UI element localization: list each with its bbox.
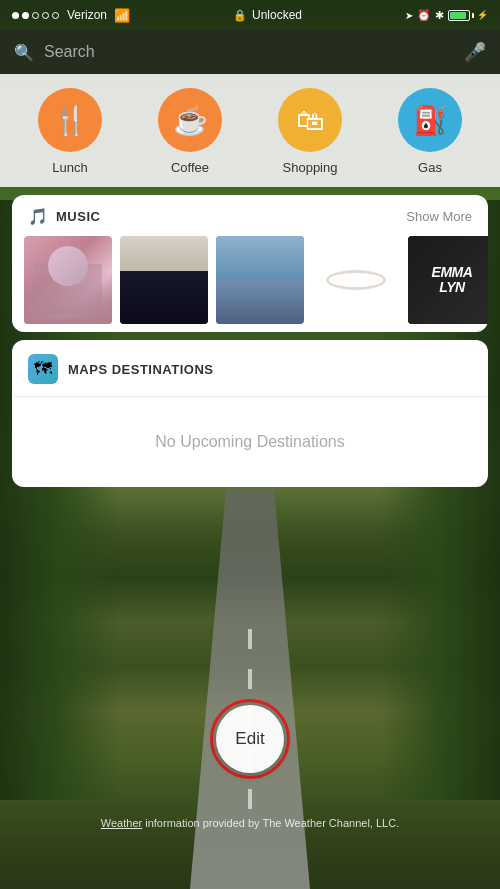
- battery-tip: [472, 13, 474, 18]
- maps-pin-icon: 🗺: [34, 359, 52, 380]
- shopping-bag-icon: 🛍: [296, 104, 324, 137]
- charging-bolt-icon: ⚡: [477, 10, 488, 20]
- shopping-label: Shopping: [283, 160, 338, 175]
- search-placeholder[interactable]: Search: [44, 43, 454, 61]
- music-note-icon: 🎵: [28, 207, 48, 226]
- weather-attribution-suffix: information provided by The Weather Chan…: [142, 817, 399, 829]
- signal-dots: [12, 12, 59, 19]
- quick-action-coffee[interactable]: ☕ Coffee: [158, 88, 222, 175]
- lunch-label: Lunch: [52, 160, 87, 175]
- album-row: EMMALYN: [12, 236, 488, 324]
- battery-fill: [450, 12, 466, 19]
- status-bar: Verizon 📶 🔒 Unlocked ➤ ⏰ ✱ ⚡: [0, 0, 500, 30]
- lock-status-label: Unlocked: [252, 8, 302, 22]
- music-card: 🎵 MUSIC Show More EMMALYN: [12, 195, 488, 332]
- signal-dot-3: [32, 12, 39, 19]
- weather-attribution: Weather information provided by The Weat…: [0, 813, 500, 831]
- album-art-1[interactable]: [24, 236, 112, 324]
- quick-action-lunch[interactable]: 🍴 Lunch: [38, 88, 102, 175]
- wifi-icon: 📶: [114, 8, 130, 23]
- bluetooth-icon: ✱: [435, 9, 444, 22]
- weather-channel-link[interactable]: Weather: [101, 817, 142, 829]
- signal-dot-5: [52, 12, 59, 19]
- lunch-icon: 🍴: [53, 104, 88, 137]
- album-art-2[interactable]: [120, 236, 208, 324]
- edit-button-wrap: Edit: [210, 699, 290, 779]
- album-art-4[interactable]: [312, 236, 400, 324]
- weather-attribution-text: Weather information provided by The Weat…: [101, 817, 399, 829]
- gas-label: Gas: [418, 160, 442, 175]
- signal-dot-1: [12, 12, 19, 19]
- maps-card-header: 🗺 MAPS DESTINATIONS: [12, 340, 488, 397]
- music-card-header: 🎵 MUSIC Show More: [12, 195, 488, 236]
- edit-button-label: Edit: [235, 729, 264, 749]
- album-art-3[interactable]: [216, 236, 304, 324]
- status-right: ➤ ⏰ ✱ ⚡: [405, 9, 488, 22]
- music-section-title: MUSIC: [56, 209, 100, 224]
- edit-button[interactable]: Edit: [216, 705, 284, 773]
- signal-dot-4: [42, 12, 49, 19]
- maps-card: 🗺 MAPS DESTINATIONS No Upcoming Destinat…: [12, 340, 488, 487]
- coffee-label: Coffee: [171, 160, 209, 175]
- location-arrow-icon: ➤: [405, 10, 413, 21]
- search-icon: 🔍: [14, 43, 34, 62]
- coffee-icon: ☕: [173, 104, 208, 137]
- album-5-artist-text: EMMALYN: [428, 261, 477, 300]
- maps-section-title: MAPS DESTINATIONS: [68, 362, 214, 377]
- shopping-icon-circle: 🛍: [278, 88, 342, 152]
- edit-button-ring: Edit: [210, 699, 290, 779]
- maps-empty-state: No Upcoming Destinations: [12, 397, 488, 487]
- album-art-5[interactable]: EMMALYN: [408, 236, 488, 324]
- microphone-icon[interactable]: 🎤: [464, 41, 486, 63]
- search-bar[interactable]: 🔍 Search 🎤: [0, 30, 500, 74]
- quick-action-gas[interactable]: ⛽ Gas: [398, 88, 462, 175]
- battery-indicator: ⚡: [448, 10, 488, 21]
- music-show-more-button[interactable]: Show More: [406, 209, 472, 224]
- lunch-icon-circle: 🍴: [38, 88, 102, 152]
- signal-dot-2: [22, 12, 29, 19]
- lock-icon: 🔒: [233, 9, 247, 22]
- maps-empty-message: No Upcoming Destinations: [155, 433, 344, 450]
- music-header-left: 🎵 MUSIC: [28, 207, 100, 226]
- alarm-icon: ⏰: [417, 9, 431, 22]
- status-left: Verizon 📶: [12, 8, 130, 23]
- carrier-label: Verizon: [67, 8, 107, 22]
- gas-icon-circle: ⛽: [398, 88, 462, 152]
- maps-app-icon: 🗺: [28, 354, 58, 384]
- quick-actions-row: 🍴 Lunch ☕ Coffee 🛍 Shopping ⛽ Gas: [0, 74, 500, 187]
- gas-pump-icon: ⛽: [413, 104, 448, 137]
- quick-action-shopping[interactable]: 🛍 Shopping: [278, 88, 342, 175]
- battery-body: [448, 10, 470, 21]
- coffee-icon-circle: ☕: [158, 88, 222, 152]
- status-center: 🔒 Unlocked: [233, 8, 302, 22]
